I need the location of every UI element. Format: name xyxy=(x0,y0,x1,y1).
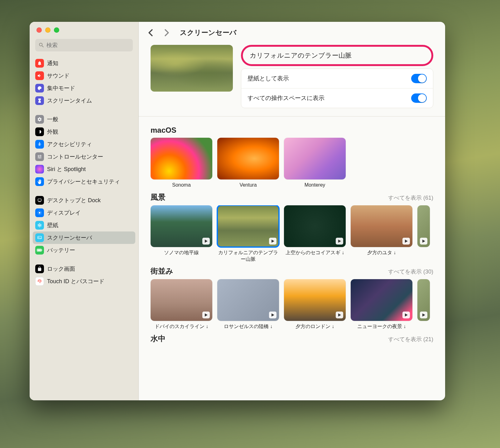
thumb-label: 夕方のロンドン ↓ xyxy=(296,323,334,330)
thumbnail xyxy=(351,205,412,247)
sidebar-item-label: ディスプレイ xyxy=(47,209,81,217)
thumb-item-utah[interactable]: 夕方のユタ ↓ xyxy=(351,205,412,263)
sidebar-item-accessibility[interactable]: アクセシビリティ xyxy=(33,138,135,150)
system-settings-window: 通知 サウンド 集中モード スクリーンタイム 一般 外観 アクセシビリティ コン… xyxy=(30,22,445,400)
svg-rect-16 xyxy=(37,250,41,251)
svg-point-8 xyxy=(40,225,41,226)
thumb-item-dubai[interactable]: ドバイのスカイライン ↓ xyxy=(151,279,212,330)
thumbnail xyxy=(217,205,279,247)
sidebar-item-desktop-dock[interactable]: デスクトップと Dock xyxy=(33,194,135,207)
maximize-button[interactable] xyxy=(54,27,59,33)
sliders-icon xyxy=(35,152,44,161)
sidebar-item-lockscreen[interactable]: ロック画面 xyxy=(33,263,135,275)
sidebar-item-touchid[interactable]: Touch ID とパスコード xyxy=(33,275,135,288)
option-label: すべての操作スペースに表示 xyxy=(248,94,325,102)
sidebar-item-label: デスクトップと Dock xyxy=(47,197,101,204)
accessibility-icon xyxy=(35,140,44,149)
sidebar-item-label: 集中モード xyxy=(47,84,75,92)
thumbnail xyxy=(417,279,430,321)
thumb-item-sonoma-horizon[interactable]: ソノマの地平線 xyxy=(151,205,212,263)
thumb-item-partial[interactable] xyxy=(417,279,430,330)
hourglass-icon xyxy=(35,96,44,105)
preview-thumbnail xyxy=(151,45,233,92)
option-show-all-spaces: すべての操作スペースに表示 xyxy=(241,88,433,108)
sidebar-item-focus[interactable]: 集中モード xyxy=(33,82,135,94)
sidebar-item-label: 壁紙 xyxy=(47,222,58,229)
sidebar-item-wallpaper[interactable]: 壁紙 xyxy=(33,219,135,231)
show-all-cityscape[interactable]: すべてを表示 (30) xyxy=(388,268,433,275)
toggle-show-as-wallpaper[interactable] xyxy=(411,74,427,83)
sidebar-item-screentime[interactable]: スクリーンタイム xyxy=(33,94,135,107)
thumb-item-london[interactable]: 夕方のロンドン ↓ xyxy=(284,279,346,330)
sidebar-item-label: Siri と Spotlight xyxy=(47,165,86,173)
sidebar-item-label: プライバシーとセキュリティ xyxy=(47,178,120,185)
close-button[interactable] xyxy=(36,27,42,33)
toggle-show-all-spaces[interactable] xyxy=(411,93,427,103)
sidebar-item-label: Touch ID とパスコード xyxy=(47,278,104,285)
svg-point-10 xyxy=(38,225,39,226)
search-input[interactable] xyxy=(46,42,130,49)
sidebar-item-siri[interactable]: Siri と Spotlight xyxy=(33,163,135,175)
search-icon xyxy=(38,42,45,48)
header: スクリーンセーバ xyxy=(139,22,445,44)
siri-icon xyxy=(35,165,44,174)
svg-point-11 xyxy=(38,224,39,225)
back-button[interactable] xyxy=(146,28,155,37)
sidebar-item-appearance[interactable]: 外観 xyxy=(33,126,135,138)
show-all-landscape[interactable]: すべてを表示 (61) xyxy=(388,194,433,202)
sidebar-item-label: 通知 xyxy=(47,60,58,67)
thumb-row-cityscape: ドバイのスカイライン ↓ ロサンゼルスの陸橋 ↓ 夕方のロンドン ↓ ニューヨー… xyxy=(151,279,433,330)
sidebar-item-general[interactable]: 一般 xyxy=(33,113,135,126)
svg-rect-2 xyxy=(38,199,41,201)
sidebar-item-privacy[interactable]: プライバシーとセキュリティ xyxy=(33,175,135,188)
thumb-item-ventura[interactable]: Ventura xyxy=(217,138,279,188)
minimize-button[interactable] xyxy=(45,27,50,33)
thumbnail xyxy=(217,279,279,321)
thumbnail xyxy=(217,138,279,179)
gear-icon xyxy=(35,115,44,124)
forward-button[interactable] xyxy=(162,28,171,37)
thumb-item-partial[interactable] xyxy=(417,205,430,263)
thumb-item-california-temblor[interactable]: カリフォルニアのテンブラー山脈 xyxy=(217,205,279,263)
sidebar-list: 通知 サウンド 集中モード スクリーンタイム 一般 外観 アクセシビリティ コン… xyxy=(30,55,138,400)
thumbnail xyxy=(151,279,212,321)
thumb-label: 夕方のユタ ↓ xyxy=(367,250,396,256)
section-head-underwater: 水中 すべてを表示 (21) xyxy=(151,330,433,347)
thumb-item-monterey[interactable]: Monterey xyxy=(284,138,346,188)
sidebar-item-label: ロック画面 xyxy=(47,265,75,273)
sidebar-item-displays[interactable]: ディスプレイ xyxy=(33,207,135,219)
svg-point-1 xyxy=(39,142,40,143)
svg-point-5 xyxy=(39,225,40,226)
battery-icon xyxy=(35,246,44,255)
sidebar-item-sound[interactable]: サウンド xyxy=(33,69,135,82)
thumb-row-macos: Sonoma Ventura Monterey xyxy=(151,138,433,188)
sidebar-item-label: 一般 xyxy=(47,116,58,123)
bell-icon xyxy=(35,59,44,68)
sidebar-item-battery[interactable]: バッテリー xyxy=(33,244,135,256)
thumbnail xyxy=(151,205,212,247)
show-all-underwater[interactable]: すべてを表示 (21) xyxy=(388,336,433,343)
sidebar-item-screensaver[interactable]: スクリーンセーバ xyxy=(33,231,135,244)
thumb-label: カリフォルニアのテンブラー山脈 xyxy=(217,250,279,263)
thumb-item-sonoma[interactable]: Sonoma xyxy=(151,138,212,188)
thumb-label: Monterey xyxy=(305,182,325,188)
sidebar-item-label: スクリーンセーバ xyxy=(47,234,92,241)
lock-icon xyxy=(35,265,44,273)
thumb-item-sequoia[interactable]: 上空からのセコイアスギ ↓ xyxy=(284,205,346,263)
sidebar-item-label: スクリーンタイム xyxy=(47,97,92,104)
svg-rect-15 xyxy=(42,250,42,251)
section-head-cityscape: 街並み すべてを表示 (30) xyxy=(151,262,433,279)
speaker-icon xyxy=(35,71,44,80)
selected-preview-section: カリフォルニアのテンブラー山脈 壁紙として表示 すべての操作スペースに表示 xyxy=(151,44,433,108)
search-input-wrapper[interactable] xyxy=(35,39,133,51)
dock-icon xyxy=(35,196,44,205)
sidebar-item-control-center[interactable]: コントロールセンター xyxy=(33,150,135,163)
screensaver-name-field[interactable]: カリフォルニアのテンブラー山脈 xyxy=(241,45,433,66)
thumb-item-ny[interactable]: ニューヨークの夜景 ↓ xyxy=(351,279,412,330)
thumbnail xyxy=(284,279,346,321)
sidebar-item-notifications[interactable]: 通知 xyxy=(33,57,135,69)
thumbnail xyxy=(351,279,412,321)
thumbnail xyxy=(151,138,212,179)
divider xyxy=(139,116,445,117)
thumb-item-la[interactable]: ロサンゼルスの陸橋 ↓ xyxy=(217,279,279,330)
